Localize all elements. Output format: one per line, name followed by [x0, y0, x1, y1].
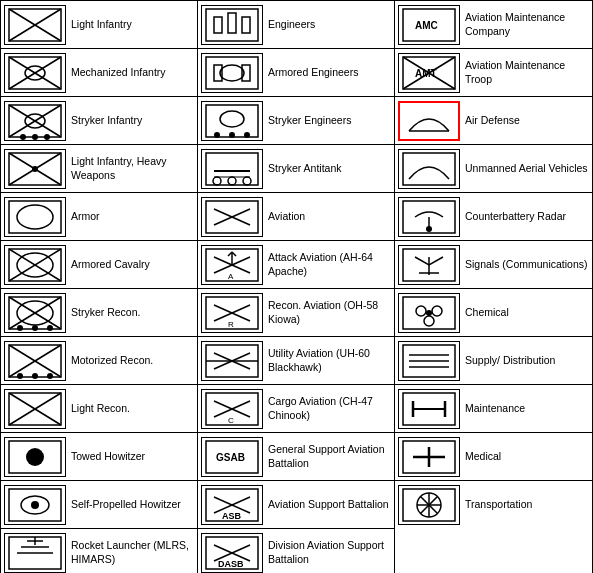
- svg-point-55: [220, 65, 244, 81]
- stryker-antitank-label: Stryker Antitank: [268, 162, 342, 176]
- uav-symbol: [398, 149, 460, 189]
- stryker-recon-row: Stryker Recon.: [1, 289, 197, 337]
- svg-point-12: [32, 134, 38, 140]
- air-defense-symbol: [398, 101, 460, 141]
- medical-row: Medical: [395, 433, 592, 481]
- svg-text:GSAB: GSAB: [216, 452, 245, 463]
- transportation-row: Transportation: [395, 481, 592, 529]
- recon-aviation-label: Recon. Aviation (OH-58 Kiowa): [268, 299, 391, 326]
- cargo-aviation-row: C Cargo Aviation (CH-47 Chinook): [198, 385, 394, 433]
- stryker-engineers-row: Stryker Engineers: [198, 97, 394, 145]
- counterbattery-symbol: [398, 197, 460, 237]
- signals-label: Signals (Communications): [465, 258, 588, 272]
- svg-point-30: [47, 325, 53, 331]
- stryker-infantry-label: Stryker Infantry: [71, 114, 142, 128]
- stryker-infantry-row: Stryker Infantry: [1, 97, 197, 145]
- attack-aviation-symbol: A: [201, 245, 263, 285]
- svg-point-13: [44, 134, 50, 140]
- stryker-antitank-symbol: [201, 149, 263, 189]
- mech-infantry-label: Mechanized Infantry: [71, 66, 166, 80]
- attack-aviation-label: Attack Aviation (AH-64 Apache): [268, 251, 391, 278]
- chemical-row: Chemical: [395, 289, 592, 337]
- medical-symbol: [398, 437, 460, 477]
- svg-point-65: [228, 177, 236, 185]
- sp-howitzer-label: Self-Propelled Howitzer: [71, 498, 181, 512]
- armored-engineers-symbol: [201, 53, 263, 93]
- amt-label: Aviation Maintenance Troop: [465, 59, 589, 86]
- asb-label: Aviation Support Battalion: [268, 498, 389, 512]
- maintenance-symbol: [398, 389, 460, 429]
- utility-aviation-row: Utility Aviation (UH-60 Blackhawk): [198, 337, 394, 385]
- motorized-recon-label: Motorized Recon.: [71, 354, 153, 368]
- svg-rect-56: [214, 65, 222, 81]
- dasb-row: DASB Division Aviation Support Battalion: [198, 529, 394, 573]
- svg-point-44: [31, 501, 39, 509]
- svg-point-35: [32, 373, 38, 379]
- light-heavy-symbol: [4, 149, 66, 189]
- sp-howitzer-symbol: [4, 485, 66, 525]
- svg-text:DASB: DASB: [218, 559, 244, 569]
- svg-point-59: [220, 111, 244, 127]
- engineers-row: Engineers: [198, 1, 394, 49]
- column-1: Light Infantry Mechanized Infantry: [1, 1, 198, 573]
- rocket-launcher-row: Rocket Launcher (MLRS, HIMARS): [1, 529, 197, 573]
- stryker-engineers-symbol: [201, 101, 263, 141]
- svg-text:ASB: ASB: [222, 511, 242, 521]
- air-defense-row: Air Defense: [395, 97, 592, 145]
- medical-label: Medical: [465, 450, 501, 464]
- svg-point-29: [32, 325, 38, 331]
- gsab-label: General Support Aviation Battalion: [268, 443, 391, 470]
- supply-row: Supply/ Distribution: [395, 337, 592, 385]
- svg-point-36: [47, 373, 53, 379]
- svg-point-111: [426, 226, 432, 232]
- attack-aviation-row: A Attack Aviation (AH-64 Apache): [198, 241, 394, 289]
- svg-text:AMC: AMC: [415, 20, 438, 31]
- stryker-recon-symbol: [4, 293, 66, 333]
- utility-aviation-label: Utility Aviation (UH-60 Blackhawk): [268, 347, 391, 374]
- transportation-label: Transportation: [465, 498, 532, 512]
- aviation-symbol: [201, 197, 263, 237]
- armored-cavalry-row: Armored Cavalry: [1, 241, 197, 289]
- light-heavy-row: Light Infantry, Heavy Weapons: [1, 145, 197, 193]
- svg-rect-53: [242, 17, 250, 33]
- light-infantry-symbol: [4, 5, 66, 45]
- column-3: AMC Aviation Maintenance Company AMT Avi…: [395, 1, 592, 573]
- stryker-engineers-label: Stryker Engineers: [268, 114, 351, 128]
- gsab-symbol: GSAB: [201, 437, 263, 477]
- supply-symbol: [398, 341, 460, 381]
- svg-rect-52: [228, 13, 236, 33]
- mech-infantry-symbol: [4, 53, 66, 93]
- supply-label: Supply/ Distribution: [465, 354, 555, 368]
- sp-howitzer-row: Self-Propelled Howitzer: [1, 481, 197, 529]
- amc-symbol: AMC: [398, 5, 460, 45]
- air-defense-label: Air Defense: [465, 114, 520, 128]
- svg-point-118: [424, 316, 434, 326]
- towed-howitzer-label: Towed Howitzer: [71, 450, 145, 464]
- maintenance-label: Maintenance: [465, 402, 525, 416]
- mech-infantry-row: Mechanized Infantry: [1, 49, 197, 97]
- light-infantry-row: Light Infantry: [1, 1, 197, 49]
- svg-point-116: [416, 306, 426, 316]
- svg-text:C: C: [228, 416, 234, 425]
- svg-rect-51: [214, 17, 222, 33]
- svg-point-61: [229, 132, 235, 138]
- svg-point-60: [214, 132, 220, 138]
- stryker-recon-label: Stryker Recon.: [71, 306, 140, 320]
- dasb-label: Division Aviation Support Battalion: [268, 539, 391, 566]
- motorized-recon-row: Motorized Recon.: [1, 337, 197, 385]
- signals-row: Signals (Communications): [395, 241, 592, 289]
- chemical-symbol: [398, 293, 460, 333]
- svg-rect-108: [403, 153, 455, 185]
- svg-rect-57: [242, 65, 250, 81]
- towed-howitzer-row: Towed Howitzer: [1, 433, 197, 481]
- amc-label: Aviation Maintenance Company: [465, 11, 589, 38]
- armored-engineers-label: Armored Engineers: [268, 66, 358, 80]
- recon-aviation-row: R Recon. Aviation (OH-58 Kiowa): [198, 289, 394, 337]
- svg-point-11: [20, 134, 26, 140]
- light-recon-label: Light Recon.: [71, 402, 130, 416]
- svg-point-19: [17, 205, 53, 229]
- svg-point-64: [213, 177, 221, 185]
- armored-engineers-row: Armored Engineers: [198, 49, 394, 97]
- svg-point-66: [243, 177, 251, 185]
- transportation-symbol: [398, 485, 460, 525]
